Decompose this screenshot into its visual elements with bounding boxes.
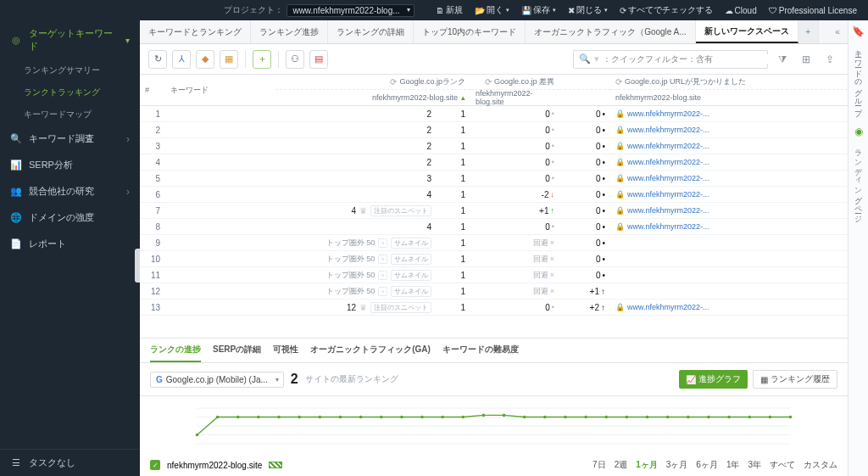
range-option[interactable]: 1ヶ月	[636, 459, 658, 471]
result-url-link[interactable]: www.nfekhmyrm2022-...	[627, 174, 709, 182]
th-index[interactable]: #	[140, 75, 165, 105]
quick-filter[interactable]: 🔍 ▾ ：クイックフィルター：含有	[573, 50, 768, 69]
workspace-tab[interactable]: ランキング進捗	[251, 20, 328, 43]
result-url-link[interactable]: www.nfekhmyrm2022-...	[627, 206, 709, 215]
sidebar-item-target-keywords[interactable]: ◎ターゲットキーワード▾	[0, 20, 140, 59]
series-checkbox[interactable]: ✓	[150, 460, 160, 470]
sidebar-item-domain-strength[interactable]: 🌐ドメインの強度	[0, 204, 140, 231]
range-option[interactable]: 7日	[593, 459, 606, 471]
table-row[interactable]: 10トップ圏外 50▫サムネイル1回避×0•	[140, 251, 848, 267]
tool-button-6[interactable]: ⚇	[286, 50, 304, 69]
open-button[interactable]: 📂開く▾	[470, 4, 514, 16]
cell-rank-b: 1	[437, 158, 470, 167]
workspace-tabs: キーワードとランキングランキング進捗ランキングの詳細トップ10内のキーワードオー…	[140, 20, 848, 44]
sidebar-collapse-handle[interactable]	[135, 249, 140, 283]
sidebar-item-reports[interactable]: 📄レポート	[0, 231, 140, 257]
result-url-link[interactable]: www.nfekhmyrm2022-...	[627, 142, 709, 150]
table-row[interactable]: 5310•0•🔒www.nfekhmyrm2022-...	[140, 171, 848, 187]
project-select[interactable]: www.nfekhmyrm2022-blog...	[287, 4, 414, 17]
table-row[interactable]: 4210•0•🔒www.nfekhmyrm2022-...	[140, 154, 848, 171]
range-option[interactable]: 3年	[748, 459, 761, 471]
bookmark-icon[interactable]: 🔖	[852, 25, 865, 37]
table-row[interactable]: 9トップ圏外 50▫サムネイル1回避×0•	[140, 235, 848, 251]
save-button[interactable]: 💾保存▾	[517, 4, 560, 16]
tool-button-2[interactable]: ⅄	[172, 50, 191, 69]
range-option[interactable]: カスタム	[804, 459, 837, 471]
detail-tab[interactable]: SERPの詳細	[213, 344, 261, 362]
sidebar-sub-item[interactable]: ランキングサマリー	[0, 59, 140, 81]
tool-button-7[interactable]: ▤	[309, 50, 328, 69]
lock-icon: 🔒	[615, 174, 625, 182]
result-url-link[interactable]: www.nfekhmyrm2022-...	[627, 222, 709, 231]
close-button[interactable]: ✖閉じる▾	[564, 4, 612, 16]
progress-graph-button[interactable]: 📈進捗グラフ	[679, 370, 748, 389]
cell-diff: 0•	[470, 109, 559, 119]
table-row[interactable]: 8410•0•🔒www.nfekhmyrm2022-...	[140, 219, 848, 235]
svg-point-11	[319, 416, 322, 419]
detail-tab[interactable]: ランクの進捗	[150, 344, 201, 362]
sidebar-item-competitor[interactable]: 👥競合他社の研究	[0, 178, 140, 204]
table-row[interactable]: 12トップ圏外 50▫サムネイル1回避×+1↑	[140, 283, 848, 300]
sidebar-sub-item[interactable]: キーワードマップ	[0, 104, 140, 126]
right-panel-keyword-groups[interactable]: キーワードのグループ	[853, 44, 864, 112]
detail-tab[interactable]: 可視性	[273, 344, 298, 362]
cell-diff: 回避×	[470, 254, 559, 265]
workspace-tab[interactable]: トップ10内のキーワード	[414, 20, 526, 43]
range-option[interactable]: 1年	[726, 459, 740, 471]
lock-icon: 🔒	[615, 303, 625, 311]
ranking-history-button[interactable]: ▦ランキング履歴	[753, 370, 837, 389]
detail-tab[interactable]: キーワードの難易度	[442, 344, 519, 362]
tool-button-3[interactable]: ◆	[196, 50, 214, 69]
table-row[interactable]: 74♛注目のスニペット1+1↑0•🔒www.nfekhmyrm2022-...	[140, 203, 848, 219]
workspace-tab[interactable]: オーガニックトラフィック（Google A...	[526, 20, 695, 43]
new-button[interactable]: 🗎新規	[431, 4, 467, 16]
sidebar-item-serp-analysis[interactable]: 📊SERP分析	[0, 152, 140, 178]
th-keyword[interactable]: キーワード	[165, 75, 275, 105]
export-button[interactable]: ⇪	[821, 50, 839, 69]
add-tab-button[interactable]: +	[798, 20, 819, 43]
result-url-link[interactable]: www.nfekhmyrm2022-...	[627, 158, 709, 166]
search-icon: 🔍	[579, 53, 591, 64]
right-panel-landing-pages[interactable]: ランディングページ	[853, 144, 864, 220]
cell-rank-b: 1	[437, 109, 470, 119]
collapse-icon[interactable]: «	[827, 20, 848, 43]
table-row[interactable]: 3210•0•🔒www.nfekhmyrm2022-...	[140, 138, 848, 154]
folder-icon: 📂	[475, 6, 485, 15]
cloud-button[interactable]: ☁Cloud	[721, 6, 761, 15]
cell-rank: 2	[275, 142, 437, 151]
result-url-link[interactable]: www.nfekhmyrm2022-...	[627, 303, 709, 311]
check-all-button[interactable]: ⟳すべてでチェックする	[615, 4, 717, 16]
table-row[interactable]: 1210•0•🔒www.nfekhmyrm2022-...	[140, 106, 848, 122]
table-row[interactable]: 11トップ圏外 50▫サムネイル1回避×0•	[140, 267, 848, 283]
workspace-tab[interactable]: ランキングの詳細	[328, 20, 414, 43]
refresh-icon: ⟳	[615, 77, 622, 87]
cell-index: 1	[140, 109, 165, 119]
add-button[interactable]: ＋	[253, 50, 271, 69]
result-url-link[interactable]: www.nfekhmyrm2022-...	[627, 109, 709, 118]
range-option[interactable]: 3ヶ月	[666, 459, 688, 471]
search-icon: 🔍	[10, 133, 22, 144]
filter-button[interactable]: ⧩	[773, 50, 792, 69]
range-option[interactable]: 6ヶ月	[696, 459, 718, 471]
table-row[interactable]: 2210•0•🔒www.nfekhmyrm2022-...	[140, 122, 848, 138]
grid-button[interactable]: ⊞	[797, 50, 815, 69]
range-option[interactable]: 2週	[615, 459, 628, 471]
workspace-tab[interactable]: 新しいワークスペース	[696, 20, 798, 43]
tool-button-4[interactable]: ▦	[220, 50, 238, 69]
cell-diff-b: 0•	[559, 190, 610, 199]
sidebar-item-tasks[interactable]: ☰タスクなし	[0, 449, 140, 476]
result-url-link[interactable]: www.nfekhmyrm2022-...	[627, 190, 709, 199]
detail-tab[interactable]: オーガニックトラフィック(GA)	[310, 344, 431, 362]
sidebar-sub-item[interactable]: ランクトラッキング	[0, 81, 140, 104]
range-option[interactable]: すべて	[770, 459, 795, 471]
result-url-link[interactable]: www.nfekhmyrm2022-...	[627, 126, 709, 134]
refresh-button[interactable]: ↻	[148, 50, 167, 69]
table-row[interactable]: 641-2↓0•🔒www.nfekhmyrm2022-...	[140, 187, 848, 203]
table-row[interactable]: 1312♛注目のスニペット10•+2↑🔒www.nfekhmyrm2022-..…	[140, 300, 848, 316]
landing-icon[interactable]: ◉	[854, 126, 863, 137]
license-badge[interactable]: 🛡Professional License	[765, 6, 861, 15]
sidebar-item-keyword-research[interactable]: 🔍キーワード調査	[0, 126, 140, 152]
search-engine-select[interactable]: G Google.co.jp (Mobile) (Ja...	[150, 372, 284, 388]
cell-url: 🔒www.nfekhmyrm2022-...	[610, 222, 848, 231]
workspace-tab[interactable]: キーワードとランキング	[140, 20, 251, 43]
